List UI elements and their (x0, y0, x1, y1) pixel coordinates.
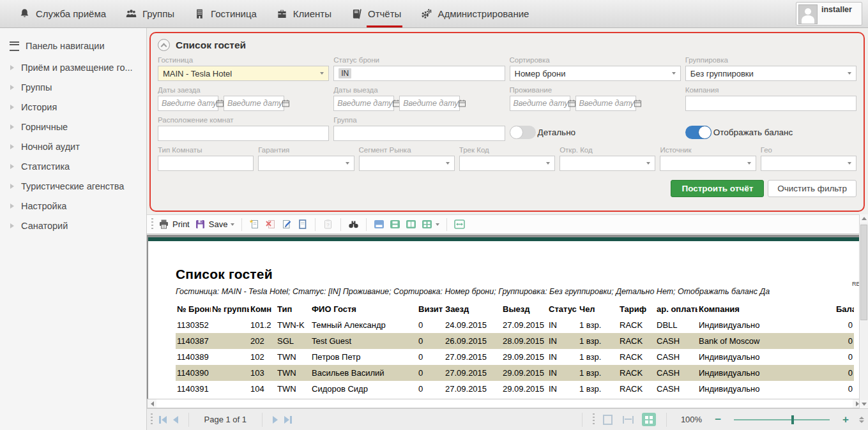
source-select[interactable] (660, 156, 756, 171)
sidebar-item-7[interactable]: Настройка (0, 196, 146, 216)
zoom-in-button[interactable]: + (842, 414, 849, 425)
status-chip[interactable]: IN (339, 68, 351, 78)
user-avatar (798, 4, 818, 24)
nav-item-users[interactable]: Группы (116, 0, 184, 27)
zoom-out-button[interactable]: − (715, 414, 721, 425)
sidebar-item-0[interactable]: Приём и размещение го... (0, 57, 146, 77)
sidebar-item-3[interactable]: Горничные (0, 117, 146, 137)
next-page-button[interactable] (273, 416, 278, 424)
scroll-up-button[interactable] (860, 214, 868, 223)
view-multiple-pages-button[interactable] (422, 219, 439, 230)
scroll-left-button[interactable] (148, 399, 156, 408)
new-page-icon[interactable] (249, 219, 260, 230)
table-cell: Test Guest (310, 333, 417, 349)
zoom-slider-handle[interactable] (791, 415, 794, 424)
last-page-button[interactable] (284, 416, 292, 424)
previous-page-button[interactable] (173, 416, 178, 424)
track-code-label: Трек Код (459, 146, 555, 154)
scroll-down-button[interactable] (860, 400, 868, 408)
room-type-input[interactable] (158, 156, 254, 171)
toolbar-grip[interactable] (151, 218, 153, 231)
grouping-select[interactable]: Без группировки (685, 66, 857, 81)
departure-date-from-input[interactable]: Введите дату (333, 96, 394, 111)
geo-select[interactable] (761, 156, 857, 171)
group-input[interactable] (333, 126, 505, 141)
nav-item-briefcase[interactable]: Клиенты (266, 0, 341, 27)
report-preview-viewport[interactable]: Список гостей Гостиница: MAIN - Tesla Ho… (147, 235, 862, 399)
scrollbar-thumb[interactable] (860, 225, 867, 320)
calendar-icon[interactable] (393, 100, 400, 107)
booking-status-input[interactable]: IN (333, 66, 505, 81)
print-button[interactable]: Print (158, 219, 190, 230)
save-dropdown-caret-icon[interactable] (231, 223, 234, 226)
statusbar-grip[interactable] (151, 413, 153, 426)
table-row[interactable]: 1140391104TWNСидоров Сидр027.09.201529.0… (176, 381, 854, 397)
zoom-group-grip[interactable] (593, 413, 595, 426)
guarantee-select[interactable] (258, 156, 354, 171)
track-code-select[interactable] (459, 156, 555, 171)
chevron-down-icon (747, 162, 751, 165)
view-continuous-icon[interactable] (390, 219, 400, 230)
open-code-select[interactable] (560, 156, 655, 171)
sidebar-item-4[interactable]: Ночной аудит (0, 137, 146, 156)
find-binoculars-icon[interactable] (348, 219, 359, 230)
collapse-expand-icon[interactable] (859, 417, 864, 423)
zoom-page-height-button[interactable] (621, 413, 636, 426)
table-cell: TWN (276, 349, 310, 365)
view-single-page-icon[interactable] (374, 219, 385, 230)
table-row[interactable]: 1130352101.2TWN-KТемный Александр024.09.… (176, 317, 854, 333)
calendar-icon[interactable] (459, 100, 466, 107)
sidebar-item-6[interactable]: Туристические агенства (0, 176, 146, 196)
stay-date-to-input[interactable]: Введите дату (575, 96, 636, 111)
hotel-select[interactable]: MAIN - Tesla Hotel (158, 66, 329, 81)
field-room-type: Тип Комнаты (158, 141, 254, 171)
report-subtitle: Гостиница: MAIN - Tesla Hotel; Статус: [… (176, 287, 861, 296)
view-facing-pages-icon[interactable] (406, 219, 416, 230)
sidebar-item-5[interactable]: Статистика (0, 156, 146, 176)
nav-item-building[interactable]: Гостиница (184, 0, 266, 27)
sidebar-item-1[interactable]: Группы (0, 77, 146, 97)
first-page-icon (162, 416, 167, 424)
nav-item-gears[interactable]: Администрирование (411, 0, 538, 27)
departure-date-to-input[interactable]: Введите дату (399, 96, 460, 111)
arrival-date-from-input[interactable]: Введите дату (158, 96, 218, 111)
sort-select[interactable]: Номер брони (510, 66, 681, 81)
room-layout-input[interactable] (158, 126, 329, 141)
sidebar-header[interactable]: Панель навигации (0, 28, 146, 57)
horizontal-scrollbar[interactable] (147, 399, 862, 408)
stay-date-from-input[interactable]: Введите дату (510, 96, 570, 111)
top-nav-items: Служба приёмаГруппыГостиницаКлиентыОтчёт… (9, 0, 538, 27)
zoom-whole-page-button[interactable] (601, 413, 615, 426)
table-row[interactable]: 1140387202SGLTest Guest026.09.201528.09.… (176, 333, 854, 349)
detailed-toggle[interactable] (510, 126, 536, 139)
nav-item-bell[interactable]: Служба приёма (9, 0, 116, 27)
edit-page-icon[interactable] (281, 219, 292, 230)
table-cell: 1 взр. (578, 381, 618, 397)
sidebar-item-label: Статистика (21, 161, 70, 172)
zoom-slider[interactable] (734, 419, 830, 420)
page-settings-icon[interactable] (297, 219, 308, 230)
build-report-button[interactable]: Построить отчёт (671, 180, 764, 197)
table-row[interactable]: 1140390103TWNВасильев Василий027.09.2015… (176, 365, 854, 381)
table-row[interactable]: 1140389102TWNПетров Петр027.09.201529.09… (176, 349, 854, 365)
delete-page-icon[interactable] (265, 219, 276, 230)
zoom-multi-page-button[interactable] (642, 413, 656, 426)
save-button[interactable]: Save (195, 219, 235, 230)
vertical-scrollbar[interactable] (859, 214, 868, 408)
company-input[interactable] (685, 96, 857, 111)
calendar-icon[interactable] (634, 100, 641, 107)
sidebar-item-8[interactable]: Санаторий (0, 216, 146, 235)
market-segment-select[interactable] (359, 156, 455, 171)
arrival-date-to-input[interactable]: Введите дату (224, 96, 284, 111)
sidebar-item-2[interactable]: История (0, 97, 146, 117)
clear-filter-button[interactable]: Очистить фильтр (768, 180, 857, 197)
collapse-panel-icon[interactable] (158, 39, 170, 51)
nav-item-report-book[interactable]: Отчёты (341, 0, 411, 27)
show-balance-toggle[interactable] (685, 126, 712, 139)
calendar-icon[interactable] (282, 100, 289, 107)
calendar-icon[interactable] (568, 100, 575, 107)
calendar-icon[interactable] (217, 100, 224, 107)
user-badge[interactable]: installer (796, 2, 862, 26)
page-width-icon[interactable] (454, 219, 465, 230)
first-page-button[interactable] (159, 416, 167, 424)
